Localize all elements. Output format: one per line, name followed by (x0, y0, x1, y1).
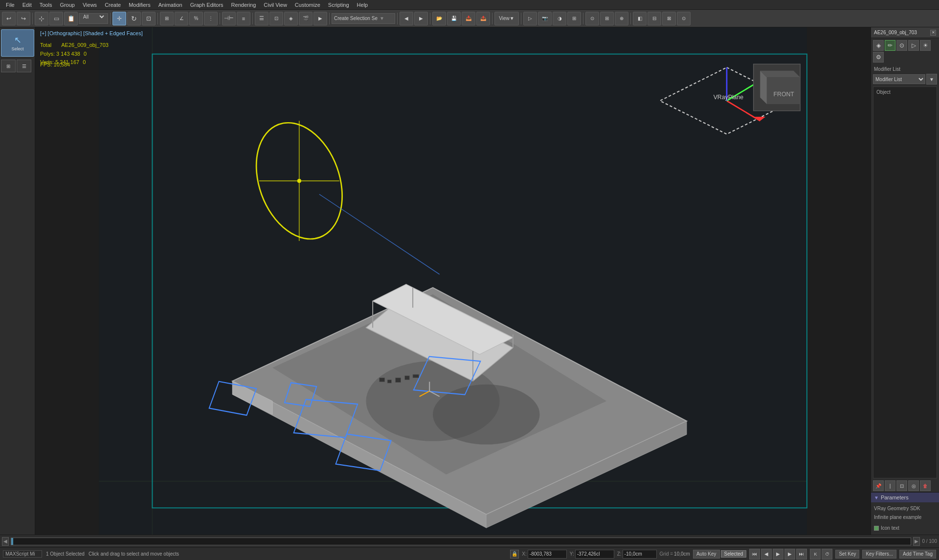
spinner-snap-button[interactable]: ⋮ (204, 12, 218, 25)
menu-create[interactable]: Create (101, 1, 125, 9)
separator-11 (583, 13, 583, 24)
maxscript-mini-label: MAXScript Mi (3, 550, 42, 558)
status-left: MAXScript Mi 1 Object Selected Click and… (3, 550, 506, 558)
menu-group[interactable]: Group (56, 1, 79, 9)
menu-file[interactable]: File (2, 1, 19, 9)
snapping-icon[interactable]: ⊞ (1, 60, 16, 72)
auto-key-button[interactable]: Auto Key (693, 550, 720, 559)
svg-point-33 (297, 179, 301, 183)
unpin-icon[interactable]: | (885, 480, 895, 491)
key-filters-button[interactable]: Key Filters... (862, 550, 896, 559)
menu-edit[interactable]: Edit (19, 1, 36, 9)
icon-text-checkbox[interactable] (874, 526, 879, 531)
align-button[interactable]: ≡ (237, 12, 250, 25)
modifier-dropdown-expand[interactable]: ▼ (926, 74, 937, 85)
rotate-button[interactable]: ↻ (127, 12, 141, 25)
camera-toggle-button[interactable]: 📷 (538, 12, 552, 25)
menu-views[interactable]: Views (79, 1, 101, 9)
hierarchy-panel-icon[interactable]: ⊙ (896, 40, 907, 51)
select-by-name-button[interactable]: 📋 (64, 12, 78, 25)
remove-modifier-icon[interactable]: 🗑 (920, 480, 931, 491)
named-selection-prev[interactable]: ◀ (400, 12, 413, 25)
menu-customize[interactable]: Customize (291, 1, 324, 9)
layer-manager-button[interactable]: ☰ (255, 12, 268, 25)
right-panel: AE26_009_obj_703 ✕ ◈ ✏ ⊙ ▷ ☀ ⚙ Modifier … (871, 27, 939, 535)
import-button[interactable]: 📥 (462, 12, 475, 25)
go-to-end-button[interactable]: ⏭ (796, 549, 807, 560)
named-selection-next[interactable]: ▶ (414, 12, 428, 25)
save-button[interactable]: 💾 (447, 12, 461, 25)
shading-button[interactable]: ◑ (553, 12, 566, 25)
parameters-header[interactable]: ▼ Parameters (871, 493, 939, 502)
play-button[interactable]: ▶ (773, 549, 783, 560)
modifier-dropdown[interactable]: Modifier List (873, 74, 925, 84)
mirror-button[interactable]: ⊣⊢ (222, 12, 236, 25)
menu-animation[interactable]: Animation (155, 1, 186, 9)
menu-scripting[interactable]: Scripting (324, 1, 353, 9)
schematic-view-button[interactable]: ⊡ (269, 12, 283, 25)
export-button[interactable]: 📤 (476, 12, 490, 25)
play-anim-button[interactable]: ▷ (523, 12, 537, 25)
motion-panel-icon[interactable]: ▷ (908, 40, 919, 51)
coord-z-input[interactable] (623, 550, 657, 559)
coord-y-input[interactable] (575, 550, 614, 559)
percent-snap-button[interactable]: % (189, 12, 203, 25)
create-selection-set[interactable]: Create Selection Se ▼ (332, 13, 395, 24)
lock-icon[interactable]: 🔒 (510, 550, 519, 559)
key-mode-button[interactable]: K (810, 549, 821, 560)
time-config-button[interactable]: ⏱ (822, 549, 832, 560)
undo-button[interactable]: ↩ (2, 12, 16, 25)
open-button[interactable]: 📂 (432, 12, 446, 25)
set-key-button[interactable]: Set Key (835, 550, 859, 559)
select-tool-left[interactable]: ↖ MAXScript Mi Select (1, 29, 34, 57)
extra-btn-2[interactable]: ⊟ (648, 12, 661, 25)
layers-icon[interactable]: ☰ (17, 60, 31, 72)
scale-button[interactable]: ⊡ (142, 12, 156, 25)
redo-button[interactable]: ↪ (17, 12, 30, 25)
show-end-result-icon[interactable]: ⊡ (896, 480, 907, 491)
select-region-button[interactable]: ▭ (49, 12, 63, 25)
menu-graph-editors[interactable]: Graph Editors (186, 1, 227, 9)
grid-button[interactable]: ⊞ (600, 12, 614, 25)
main-layout: ↖ MAXScript Mi Select ⊞ ☰ [+] [Orthograp… (0, 27, 939, 535)
render-button[interactable]: ▶ (313, 12, 327, 25)
extra-btn-1[interactable]: ◧ (633, 12, 647, 25)
timeline-right-arrow[interactable]: ▶ (913, 537, 920, 546)
viewport-area[interactable]: [+] [Orthographic] [Shaded + Edged Faces… (35, 27, 871, 535)
modifier-dropdown-row: Modifier List ▼ (871, 73, 939, 86)
modify-panel-icon[interactable]: ✏ (885, 40, 895, 51)
extra-btn-4[interactable]: ⊙ (677, 12, 691, 25)
utilities-panel-icon[interactable]: ⚙ (873, 52, 884, 63)
select-tool-button[interactable]: ⊹ (35, 12, 48, 25)
go-to-start-button[interactable]: ⏮ (749, 549, 760, 560)
coord-x-input[interactable] (528, 550, 567, 559)
make-unique-icon[interactable]: ◎ (908, 480, 919, 491)
snap-toggle-button[interactable]: ⊞ (160, 12, 174, 25)
display-panel-icon[interactable]: ☀ (920, 40, 931, 51)
menu-help[interactable]: Help (353, 1, 372, 9)
modifier-content-area: Object (873, 86, 937, 478)
extra-btn-3[interactable]: ⊠ (662, 12, 676, 25)
menu-rendering[interactable]: Rendering (227, 1, 260, 9)
next-frame-button[interactable]: ▶ (784, 549, 795, 560)
angle-snap-button[interactable]: ∠ (175, 12, 188, 25)
edged-faces-button[interactable]: ⊞ (567, 12, 581, 25)
timeline-left-arrow[interactable]: ◀ (2, 537, 9, 546)
svg-rect-24 (396, 378, 401, 383)
pin-stack-icon[interactable]: 📌 (873, 480, 884, 491)
timeline-track[interactable] (11, 538, 911, 545)
transform-button[interactable]: ⊕ (615, 12, 628, 25)
isolate-button[interactable]: ⊙ (585, 12, 599, 25)
move-button[interactable]: ✛ (112, 12, 126, 25)
display-properties-icon[interactable]: ◈ (873, 40, 884, 51)
filter-dropdown[interactable]: All (79, 13, 108, 24)
prev-frame-button[interactable]: ◀ (761, 549, 772, 560)
view-dropdown-button[interactable]: View▼ (494, 12, 519, 25)
close-panel-icon[interactable]: ✕ (930, 30, 936, 36)
menu-tools[interactable]: Tools (36, 1, 56, 9)
add-time-tag-button[interactable]: Add Time Tag (899, 550, 936, 559)
menu-civil-view[interactable]: Civil View (260, 1, 291, 9)
menu-modifiers[interactable]: Modifiers (125, 1, 155, 9)
material-editor-button[interactable]: ◈ (284, 12, 298, 25)
render-scene-button[interactable]: 🎬 (299, 12, 313, 25)
